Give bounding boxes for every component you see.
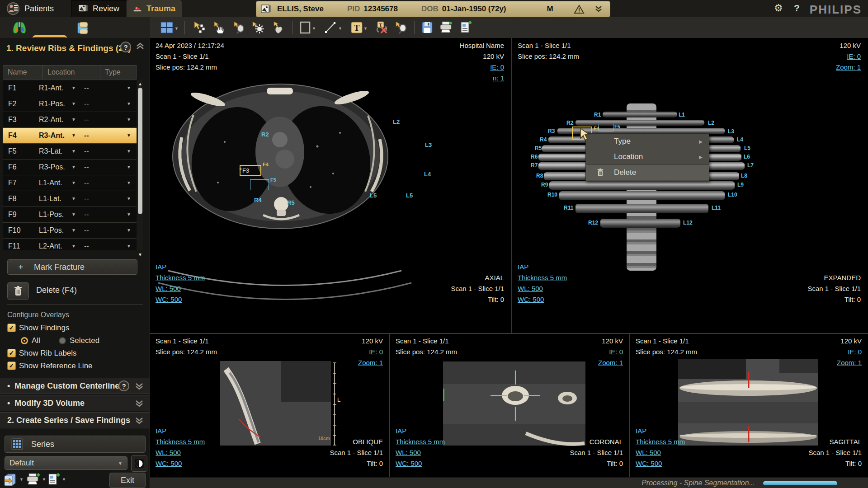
- finding-row[interactable]: F11 L2-Ant. ▼ -- ▼: [3, 239, 137, 250]
- location-dropdown-arrow[interactable]: ▼: [71, 101, 76, 106]
- type-dropdown-arrow[interactable]: ▼: [127, 196, 131, 201]
- location-dropdown-arrow[interactable]: ▼: [71, 228, 76, 233]
- location-dropdown-arrow[interactable]: ▼: [71, 244, 76, 249]
- finding-box-f5-axial[interactable]: [250, 179, 269, 190]
- wl-link[interactable]: WL: 500: [518, 283, 567, 294]
- wl-link[interactable]: WL: 500: [396, 447, 445, 458]
- type-dropdown-arrow[interactable]: ▼: [127, 133, 131, 138]
- context-menu-type[interactable]: Type ▶: [586, 134, 709, 149]
- patient-banner[interactable]: ELLIS, Steve PID 12345678 DOB 01-Jan-195…: [256, 1, 610, 17]
- print-series-button[interactable]: ▼: [25, 473, 46, 486]
- n-link[interactable]: n: 1: [460, 73, 504, 84]
- mark-fracture-button[interactable]: + Mark Fracture: [7, 259, 137, 275]
- type-dropdown-arrow[interactable]: ▼: [127, 101, 131, 106]
- report-button[interactable]: ▼: [47, 473, 66, 486]
- step1-help-icon[interactable]: ?: [120, 42, 131, 52]
- export-series-button[interactable]: ▼: [4, 473, 24, 486]
- type-dropdown-arrow[interactable]: ▼: [127, 244, 131, 249]
- wc-link[interactable]: WC: 500: [636, 458, 685, 469]
- rectangle-dropdown-arrow[interactable]: ▼: [312, 26, 316, 31]
- create-series-expand-icon[interactable]: [135, 417, 144, 424]
- thickness-link[interactable]: Thickness 5 mm: [156, 436, 205, 447]
- context-menu-location[interactable]: Location ▶: [586, 149, 709, 164]
- show-findings-checkbox[interactable]: ✓: [7, 324, 16, 332]
- iap-link[interactable]: IAP: [156, 262, 205, 272]
- magnify-tool-icon[interactable]: [393, 20, 409, 35]
- spine-app-icon[interactable]: [74, 21, 90, 35]
- finding-row[interactable]: F8 L1-Lat. ▼ -- ▼: [3, 191, 137, 207]
- ie-link[interactable]: IE: 0: [358, 347, 383, 357]
- finding-box-f4-axial[interactable]: [240, 165, 261, 176]
- wl-link[interactable]: WL: 500: [636, 447, 685, 458]
- finding-row[interactable]: F4 R3-Ant. ▼ -- ▼: [3, 128, 137, 144]
- finding-row[interactable]: F7 L1-Ant. ▼ -- ▼: [3, 175, 137, 191]
- location-dropdown-arrow[interactable]: ▼: [71, 85, 76, 90]
- centerlines-expand-icon[interactable]: [135, 383, 144, 390]
- type-dropdown-arrow[interactable]: ▼: [127, 180, 131, 185]
- save-icon[interactable]: [420, 20, 435, 35]
- preset-dropdown[interactable]: Default ▼: [5, 456, 127, 470]
- print-icon[interactable]: [439, 20, 454, 35]
- wc-link[interactable]: WC: 500: [156, 458, 205, 469]
- radio-all[interactable]: [21, 337, 28, 344]
- pan-hand-icon[interactable]: [212, 20, 227, 35]
- section-manage-centerlines[interactable]: • Manage Custom Centerlines ?: [0, 378, 150, 394]
- contour-cursor-icon[interactable]: [270, 20, 286, 35]
- location-dropdown-arrow[interactable]: ▼: [71, 212, 76, 217]
- iap-link[interactable]: IAP: [636, 426, 685, 436]
- show-reference-line-checkbox[interactable]: ✓: [7, 361, 16, 370]
- tab-review[interactable]: Review: [71, 0, 126, 17]
- thickness-link[interactable]: Thickness 5 mm: [396, 436, 445, 447]
- ie-link[interactable]: IE: 0: [837, 347, 862, 357]
- show-rib-labels-checkbox[interactable]: ✓: [7, 349, 16, 357]
- collapse-banner-icon[interactable]: [594, 5, 603, 13]
- finding-row[interactable]: F3 R2-Ant. ▼ -- ▼: [3, 112, 137, 128]
- ie-link[interactable]: IE: 0: [460, 62, 504, 73]
- location-dropdown-arrow[interactable]: ▼: [71, 164, 76, 169]
- wc-link[interactable]: WC: 500: [518, 294, 567, 305]
- layout-dropdown-arrow[interactable]: ▼: [175, 26, 179, 31]
- series-button[interactable]: Series: [5, 436, 146, 453]
- viewport-axial[interactable]: 24 Apr 2023 / 12:17:24 Scan 1 - Slice 1/…: [150, 38, 511, 333]
- export-report-icon[interactable]: [458, 20, 474, 35]
- location-dropdown-arrow[interactable]: ▼: [71, 133, 76, 138]
- iap-link[interactable]: IAP: [518, 262, 567, 272]
- wc-link[interactable]: WC: 500: [396, 458, 445, 469]
- wl-link[interactable]: WL: 500: [156, 283, 205, 294]
- export-dropdown-arrow[interactable]: ▼: [19, 477, 24, 482]
- finding-row[interactable]: F10 L1-Pos. ▼ -- ▼: [3, 223, 137, 239]
- text-tool-icon[interactable]: T: [349, 20, 364, 35]
- invert-contrast-button[interactable]: [131, 455, 147, 472]
- radio-selected[interactable]: [59, 337, 66, 344]
- zoom-link[interactable]: Zoom: 1: [598, 357, 623, 368]
- finding-row[interactable]: F9 L1-Pos. ▼ -- ▼: [3, 207, 137, 223]
- settings-gear-icon[interactable]: ⚙: [774, 2, 783, 14]
- delete-annotations-icon[interactable]: T: [374, 20, 390, 35]
- findings-scrollbar[interactable]: ▲: [137, 80, 143, 250]
- type-dropdown-arrow[interactable]: ▼: [127, 164, 131, 169]
- location-dropdown-arrow[interactable]: ▼: [71, 117, 76, 122]
- type-dropdown-arrow[interactable]: ▼: [127, 212, 131, 217]
- text-dropdown-arrow[interactable]: ▼: [363, 26, 368, 31]
- viewport-oblique[interactable]: L 10cm Scan 1 - Slice 1/1 Slice pos: 124…: [150, 334, 389, 477]
- scroll-up-icon[interactable]: ▲: [138, 81, 142, 86]
- exit-button[interactable]: Exit: [109, 473, 146, 488]
- scroll-down-icon[interactable]: ▼: [138, 252, 142, 257]
- context-menu-delete[interactable]: Delete: [586, 164, 709, 180]
- thickness-link[interactable]: Thickness 5 mm: [518, 272, 567, 283]
- iap-link[interactable]: IAP: [156, 426, 205, 436]
- ie-link[interactable]: IE: 0: [836, 51, 861, 62]
- section-modify-3d-volume[interactable]: • Modify 3D Volume: [0, 395, 150, 411]
- tab-patients[interactable]: Patients: [0, 0, 69, 17]
- rectangle-tool-icon[interactable]: [297, 20, 313, 35]
- wl-link[interactable]: WL: 500: [156, 447, 205, 458]
- print-dropdown-arrow[interactable]: ▼: [42, 477, 46, 482]
- iap-link[interactable]: IAP: [396, 426, 445, 436]
- zoom-link[interactable]: Zoom: 1: [358, 357, 383, 368]
- select-cursor-icon[interactable]: [192, 20, 207, 35]
- report-dropdown-arrow[interactable]: ▼: [62, 477, 66, 482]
- finding-box-f5-expanded[interactable]: [599, 124, 613, 131]
- centerlines-help-icon[interactable]: ?: [118, 380, 129, 391]
- zoom-link[interactable]: Zoom: 1: [837, 357, 862, 368]
- finding-row[interactable]: F2 R1-Pos. ▼ -- ▼: [3, 96, 137, 112]
